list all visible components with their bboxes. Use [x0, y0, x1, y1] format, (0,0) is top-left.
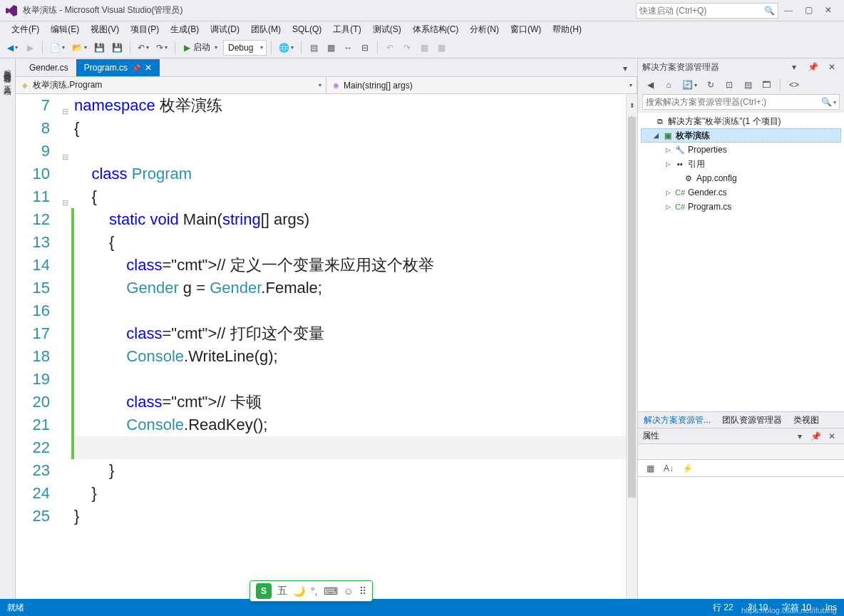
ime-mode[interactable]: 五 — [277, 585, 287, 597]
menu-analyze[interactable]: 分析(N) — [464, 22, 505, 37]
save-button[interactable]: 💾 — [91, 40, 108, 56]
fold-column[interactable]: ⊟⊟⊟ — [58, 94, 71, 605]
open-file-button[interactable]: 📂 — [69, 40, 90, 56]
code-editor[interactable]: 78910111213141516171819202122232425 ⊟⊟⊟ … — [16, 94, 637, 605]
redo-button[interactable]: ↷ — [153, 40, 170, 56]
expand-icon[interactable]: ◢ — [652, 132, 660, 139]
quick-launch-input[interactable] — [639, 6, 764, 16]
expand-icon[interactable]: ▷ — [664, 189, 672, 196]
vscroll-thumb[interactable] — [628, 117, 636, 498]
start-debug-button[interactable]: ▶ 启动 — [180, 40, 222, 55]
minimize-button[interactable]: — — [778, 3, 798, 19]
props-events-icon[interactable]: ⚡ — [679, 461, 696, 476]
props-pin-icon[interactable]: 📌 — [808, 428, 824, 444]
menu-team[interactable]: 团队(M) — [245, 22, 287, 37]
sol-back-icon[interactable]: ◀ — [642, 77, 658, 93]
ime-menu-icon[interactable]: ⠿ — [359, 585, 366, 597]
tb-icon-1[interactable]: ▤ — [306, 40, 321, 56]
tab-program[interactable]: Program.cs 📌 ✕ — [76, 59, 160, 76]
menu-tools[interactable]: 工具(T) — [327, 22, 366, 37]
tb-icon-4[interactable]: ⊟ — [357, 40, 373, 56]
menu-project[interactable]: 项目(P) — [125, 22, 165, 37]
sol-collapse-icon[interactable]: ⊡ — [721, 77, 737, 93]
ime-moon-icon[interactable]: 🌙 — [293, 585, 305, 597]
props-dropdown-icon[interactable]: ▾ — [792, 428, 808, 444]
save-all-button[interactable]: 💾 — [109, 40, 125, 56]
props-close-icon[interactable]: ✕ — [824, 428, 840, 444]
browser-button[interactable]: 🌐 — [276, 40, 297, 56]
tree-project[interactable]: ◢ ▣ 枚举演练 — [641, 128, 841, 143]
tree-appconfig[interactable]: ⚙ App.config — [641, 171, 841, 185]
menu-arch[interactable]: 体系结构(C) — [407, 22, 465, 37]
rtab-solution[interactable]: 解决方案资源管... — [638, 412, 716, 428]
menu-sql[interactable]: SQL(Q) — [287, 23, 327, 36]
menu-file[interactable]: 文件(F) — [6, 22, 45, 37]
tab-overflow-button[interactable]: ▾ — [617, 61, 633, 76]
tb-icon-7[interactable]: ▦ — [416, 40, 432, 56]
rail-toolbox[interactable]: 工具箱 — [2, 77, 13, 85]
tree-properties[interactable]: ▷ 🔧 Properties — [641, 143, 841, 157]
nav-type-dropdown[interactable]: ◆ 枚举演练.Program — [16, 77, 326, 93]
menu-build[interactable]: 生成(B) — [165, 22, 205, 37]
properties-grid[interactable] — [638, 477, 844, 616]
tree-program-cs[interactable]: ▷ C# Program.cs — [641, 200, 841, 214]
close-button[interactable]: ✕ — [818, 3, 838, 19]
ime-toolbar[interactable]: S 五 🌙 °, ⌨ ☺ ⠿ — [249, 580, 373, 602]
ime-logo-icon[interactable]: S — [256, 583, 272, 599]
nav-back-button[interactable]: ◀ — [4, 40, 21, 56]
props-categorized-icon[interactable]: ▦ — [642, 461, 658, 476]
expand-icon[interactable]: ▷ — [664, 203, 672, 210]
sol-sync-icon[interactable]: 🔄 — [679, 77, 700, 93]
sol-home-icon[interactable]: ⌂ — [661, 77, 676, 93]
menu-edit[interactable]: 编辑(E) — [45, 22, 85, 37]
panel-dropdown-icon[interactable]: ▾ — [786, 59, 802, 75]
code-content[interactable]: namespace 枚举演练{ class Program { static v… — [74, 94, 626, 605]
panel-close-icon[interactable]: ✕ — [824, 59, 840, 75]
props-object-selector[interactable] — [638, 444, 844, 460]
config-dropdown[interactable]: Debug — [223, 40, 267, 56]
undo-button[interactable]: ↶ — [135, 40, 152, 56]
nav-member-dropdown[interactable]: ◉ Main(string[] args) — [326, 77, 637, 93]
tree-gender-cs[interactable]: ▷ C# Gender.cs — [641, 185, 841, 200]
expand-icon[interactable]: ▷ — [664, 160, 672, 168]
tree-solution-root[interactable]: ⧉ 解决方案"枚举演练"(1 个项目) — [641, 114, 841, 128]
tree-references[interactable]: ▷ ▪▪ 引用 — [641, 157, 841, 171]
ime-keyboard-icon[interactable]: ⌨ — [324, 585, 338, 597]
nav-forward-button[interactable]: ▶ — [22, 40, 38, 56]
solution-search-input[interactable] — [646, 97, 821, 107]
sol-code-icon[interactable]: <> — [786, 77, 802, 93]
scroll-up-icon[interactable]: ▴ — [627, 106, 637, 117]
menu-debug[interactable]: 调试(D) — [205, 22, 245, 37]
maximize-button[interactable]: ▢ — [798, 3, 818, 19]
menu-window[interactable]: 窗口(W) — [505, 22, 547, 37]
rtab-classview[interactable]: 类视图 — [788, 412, 825, 428]
solution-search[interactable]: 🔍▾ — [642, 94, 840, 110]
tb-icon-8[interactable]: ▦ — [433, 40, 449, 56]
tb-icon-3[interactable]: ↔ — [340, 40, 356, 56]
tb-icon-5[interactable]: ↶ — [382, 40, 398, 56]
rtab-team[interactable]: 团队资源管理器 — [716, 412, 788, 428]
new-project-button[interactable]: 📄 — [47, 40, 68, 56]
menu-view[interactable]: 视图(V) — [85, 22, 125, 37]
ime-emoji-icon[interactable]: ☺ — [344, 585, 354, 597]
tb-icon-2[interactable]: ▦ — [323, 40, 339, 56]
menu-test[interactable]: 测试(S) — [367, 22, 407, 37]
sol-properties-icon[interactable]: 🗔 — [758, 77, 774, 93]
rail-server-explorer[interactable]: 服务器资源管理器 — [2, 61, 13, 73]
vertical-scrollbar[interactable]: ⬍ ▴ ▾ — [626, 94, 637, 605]
panel-pin-icon[interactable]: 📌 — [805, 59, 821, 75]
close-tab-icon[interactable]: ✕ — [145, 63, 152, 73]
ime-punct-icon[interactable]: °, — [311, 585, 318, 597]
pin-icon[interactable]: 📌 — [132, 64, 140, 72]
sol-showall-icon[interactable]: ▤ — [740, 77, 756, 93]
expand-icon[interactable]: ▷ — [664, 146, 672, 153]
menu-help[interactable]: 帮助(H) — [547, 22, 587, 37]
sol-refresh-icon[interactable]: ↻ — [703, 77, 719, 93]
tb-icon-6[interactable]: ↷ — [399, 40, 415, 56]
solution-tree[interactable]: ⧉ 解决方案"枚举演练"(1 个项目) ◢ ▣ 枚举演练 ▷ 🔧 Propert… — [638, 113, 844, 220]
search-drop-icon[interactable]: ▾ — [833, 99, 836, 106]
quick-launch-box[interactable]: 🔍 — [636, 3, 778, 19]
props-alpha-icon[interactable]: A↓ — [661, 461, 676, 476]
tab-gender[interactable]: Gender.cs — [21, 59, 76, 76]
split-icon[interactable]: ⬍ — [627, 94, 637, 106]
